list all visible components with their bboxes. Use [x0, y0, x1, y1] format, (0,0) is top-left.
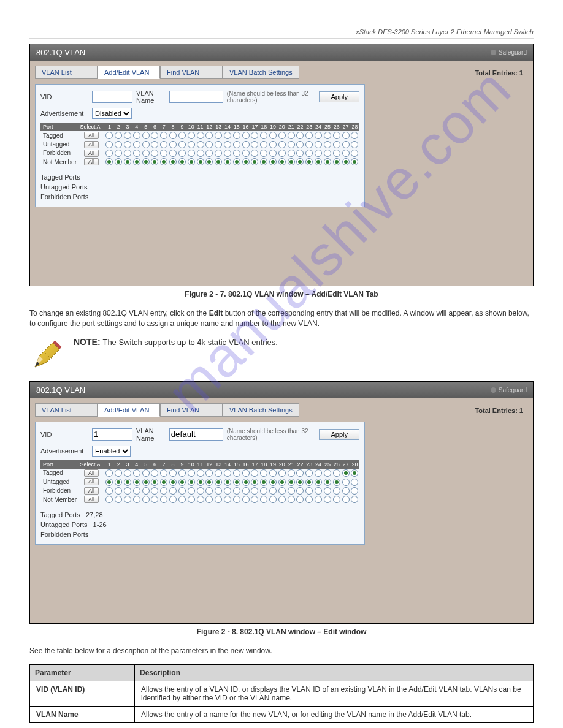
port-radio[interactable]	[133, 132, 140, 139]
port-radio[interactable]	[178, 141, 186, 148]
port-radio[interactable]	[278, 158, 286, 165]
port-radio[interactable]	[115, 150, 122, 157]
port-radio[interactable]	[260, 150, 267, 157]
port-radio[interactable]	[160, 150, 167, 157]
port-radio[interactable]	[233, 150, 240, 157]
advertisement-select-2[interactable]: Enabled	[92, 446, 131, 457]
port-radio[interactable]	[324, 496, 331, 503]
port-radio[interactable]	[278, 479, 286, 486]
port-radio[interactable]	[142, 479, 150, 486]
port-radio[interactable]	[215, 496, 222, 503]
port-radio[interactable]	[160, 158, 167, 165]
port-radio[interactable]	[269, 158, 277, 165]
port-radio[interactable]	[305, 132, 313, 139]
port-radio[interactable]	[224, 132, 231, 139]
port-radio[interactable]	[305, 141, 313, 148]
port-radio[interactable]	[215, 487, 222, 495]
port-radio[interactable]	[342, 479, 350, 486]
port-radio[interactable]	[142, 132, 150, 139]
port-radio[interactable]	[269, 496, 277, 503]
select-all-button[interactable]: All	[84, 158, 99, 165]
port-radio[interactable]	[233, 469, 240, 477]
port-radio[interactable]	[269, 150, 277, 157]
port-radio[interactable]	[242, 150, 250, 157]
port-radio[interactable]	[251, 141, 258, 148]
port-radio[interactable]	[224, 150, 231, 157]
port-radio[interactable]	[142, 496, 150, 503]
port-radio[interactable]	[142, 158, 150, 165]
port-radio[interactable]	[133, 487, 140, 495]
port-radio[interactable]	[324, 132, 331, 139]
port-radio[interactable]	[288, 158, 295, 165]
port-radio[interactable]	[188, 132, 195, 139]
port-radio[interactable]	[215, 141, 222, 148]
port-radio[interactable]	[115, 158, 122, 165]
port-radio[interactable]	[305, 479, 313, 486]
port-radio[interactable]	[105, 479, 113, 486]
tab-vlan-batch-settings[interactable]: VLAN Batch Settings	[223, 66, 299, 79]
port-radio[interactable]	[142, 141, 150, 148]
port-radio[interactable]	[333, 479, 340, 486]
port-radio[interactable]	[169, 158, 177, 165]
port-radio[interactable]	[160, 141, 167, 148]
port-radio[interactable]	[215, 469, 222, 477]
port-radio[interactable]	[224, 487, 231, 495]
port-radio[interactable]	[124, 487, 131, 495]
port-radio[interactable]	[242, 158, 250, 165]
port-radio[interactable]	[151, 496, 158, 503]
port-radio[interactable]	[178, 150, 186, 157]
port-radio[interactable]	[169, 150, 177, 157]
port-radio[interactable]	[224, 479, 231, 486]
vid-input[interactable]	[92, 91, 132, 103]
port-radio[interactable]	[342, 469, 350, 477]
port-radio[interactable]	[242, 496, 250, 503]
port-radio[interactable]	[160, 132, 167, 139]
port-radio[interactable]	[288, 132, 295, 139]
port-radio[interactable]	[124, 141, 131, 148]
port-radio[interactable]	[324, 150, 331, 157]
port-radio[interactable]	[278, 487, 286, 495]
port-radio[interactable]	[278, 150, 286, 157]
select-all-button[interactable]: All	[84, 496, 99, 503]
port-radio[interactable]	[142, 487, 150, 495]
port-radio[interactable]	[260, 479, 267, 486]
port-radio[interactable]	[115, 469, 122, 477]
port-radio[interactable]	[197, 150, 204, 157]
port-radio[interactable]	[342, 158, 350, 165]
port-radio[interactable]	[296, 132, 304, 139]
port-radio[interactable]	[278, 132, 286, 139]
port-radio[interactable]	[124, 479, 131, 486]
port-radio[interactable]	[342, 150, 350, 157]
port-radio[interactable]	[205, 479, 213, 486]
port-radio[interactable]	[233, 158, 240, 165]
port-radio[interactable]	[169, 496, 177, 503]
port-radio[interactable]	[178, 496, 186, 503]
port-radio[interactable]	[197, 487, 204, 495]
port-radio[interactable]	[269, 132, 277, 139]
port-radio[interactable]	[205, 496, 213, 503]
port-radio[interactable]	[242, 141, 250, 148]
port-radio[interactable]	[251, 150, 258, 157]
port-radio[interactable]	[124, 150, 131, 157]
port-radio[interactable]	[105, 132, 113, 139]
port-radio[interactable]	[188, 496, 195, 503]
select-all-button[interactable]: All	[84, 487, 99, 495]
port-radio[interactable]	[160, 496, 167, 503]
port-radio[interactable]	[278, 141, 286, 148]
port-radio[interactable]	[205, 132, 213, 139]
port-radio[interactable]	[233, 487, 240, 495]
port-radio[interactable]	[178, 487, 186, 495]
port-radio[interactable]	[224, 469, 231, 477]
port-radio[interactable]	[224, 496, 231, 503]
port-radio[interactable]	[133, 158, 140, 165]
port-radio[interactable]	[115, 496, 122, 503]
port-radio[interactable]	[324, 469, 331, 477]
tab-add-edit-vlan-2[interactable]: Add/Edit VLAN	[98, 403, 160, 417]
port-radio[interactable]	[305, 469, 313, 477]
port-radio[interactable]	[224, 158, 231, 165]
port-radio[interactable]	[260, 496, 267, 503]
port-radio[interactable]	[242, 479, 250, 486]
port-radio[interactable]	[124, 158, 131, 165]
port-radio[interactable]	[215, 479, 222, 486]
port-radio[interactable]	[197, 469, 204, 477]
